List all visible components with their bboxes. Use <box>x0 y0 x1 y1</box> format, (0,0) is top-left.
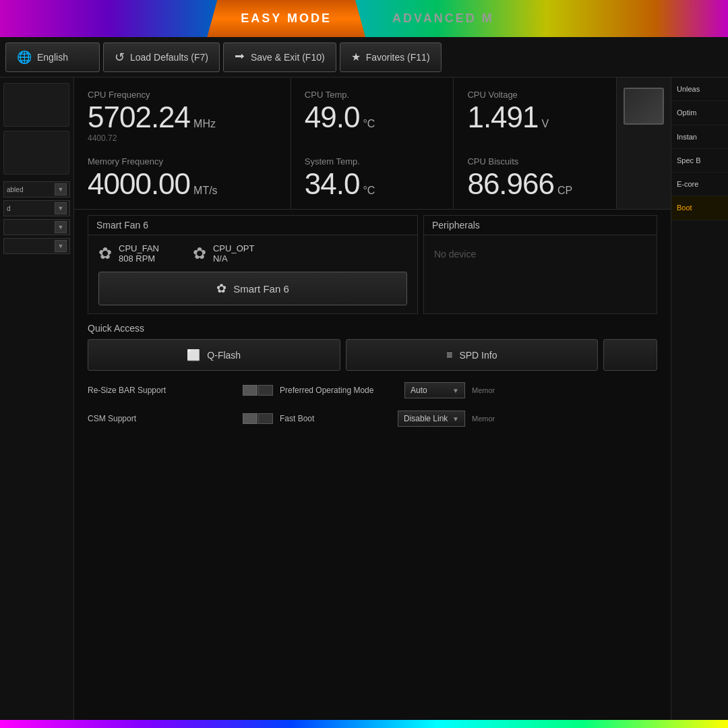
right-sidebar: Unleas Optim Instan Spec B E-core Boot <box>671 78 728 728</box>
sys-temp-value: 34.0 <box>305 169 360 199</box>
right-sidebar-item-boot[interactable]: Boot <box>671 196 728 220</box>
cpu-freq-stat: CPU Frequency 5702.24 MHz 4400.72 <box>74 78 291 151</box>
cpu-temp-value: 49.0 <box>305 102 360 132</box>
language-icon: 🌐 <box>17 50 32 65</box>
cpu-freq-sub: 4400.72 <box>88 133 277 143</box>
memory-col-2: Memor <box>472 411 657 426</box>
advanced-mode-tab[interactable]: ADVANCED M <box>365 0 521 37</box>
csm-support-label: CSM Support <box>88 414 136 423</box>
easy-mode-label: EASY MODE <box>241 11 332 26</box>
left-sidebar: abled ▼ d ▼ ▼ ▼ <box>0 78 74 728</box>
cpu-biscuits-label: CPU Biscuits <box>467 156 603 166</box>
bottom-accent-bar <box>0 720 728 728</box>
sidebar-dropdown-4[interactable]: ▼ <box>3 238 70 254</box>
csm-support-row: CSM Support <box>88 410 273 427</box>
sidebar-widget-1 <box>3 83 69 127</box>
sidebar-dropdown-1[interactable]: abled ▼ <box>3 181 70 198</box>
quick-access-section: Quick Access ⬜ Q-Flash ≡ SPD Info <box>74 317 671 728</box>
memory-col-1: Memor <box>472 383 657 398</box>
cpu-biscuits-unit: CP <box>557 185 572 197</box>
right-sidebar-item-1[interactable]: Optim <box>671 101 728 125</box>
mem-freq-unit: MT/s <box>193 185 218 197</box>
right-sidebar-item-2[interactable]: Instan <box>671 125 728 149</box>
cpu-fan-rpm: 808 RPM <box>119 253 159 264</box>
cpu-fan-item: ✿ CPU_FAN 808 RPM <box>98 243 159 264</box>
smart-fan-btn-label: Smart Fan 6 <box>233 283 289 295</box>
save-exit-button[interactable]: ⮕ Save & Exit (F10) <box>223 42 336 72</box>
memory-label-2: Memor <box>472 415 495 423</box>
spd-info-label: SPD Info <box>459 350 497 361</box>
memory-label-1: Memor <box>472 386 495 394</box>
favorites-icon: ★ <box>351 51 361 63</box>
smart-fan-button[interactable]: ✿ Smart Fan 6 <box>98 272 407 305</box>
cpu-freq-unit: MHz <box>193 118 216 130</box>
fast-boot-value: Disable Link <box>404 414 448 423</box>
qflash-label: Q-Flash <box>207 350 241 361</box>
resize-bar-toggle[interactable] <box>243 385 273 396</box>
load-defaults-label: Load Defaults (F7) <box>130 52 208 63</box>
load-defaults-icon: ↺ <box>115 50 125 65</box>
preferred-mode-label: Preferred Operating Mode <box>280 386 373 395</box>
cpu-temp-stat: CPU Temp. 49.0 °C <box>291 78 454 151</box>
sidebar-dropdown-arrow-2[interactable]: ▼ <box>55 202 67 214</box>
sys-temp-label: System Temp. <box>305 156 440 166</box>
preferred-mode-dropdown[interactable]: Auto ▼ <box>404 382 465 398</box>
fast-boot-arrow: ▼ <box>452 415 459 423</box>
cpu-freq-value: 5702.24 <box>88 102 190 132</box>
cpu-voltage-unit: V <box>542 118 549 130</box>
sidebar-dropdown-arrow-4[interactable]: ▼ <box>55 240 67 252</box>
cpu-opt-item: ✿ CPU_OPT N/A <box>193 243 254 264</box>
stats-section: CPU Frequency 5702.24 MHz 4400.72 CPU Te… <box>74 78 671 151</box>
stats-section-2: Memory Frequency 4000.00 MT/s System Tem… <box>74 151 671 210</box>
resize-bar-row: Re-Size BAR Support <box>88 382 273 399</box>
qflash-button[interactable]: ⬜ Q-Flash <box>88 339 340 371</box>
cpu-visual <box>617 78 671 151</box>
sidebar-dropdown-arrow-3[interactable]: ▼ <box>55 221 67 233</box>
preferred-mode-row: Preferred Operating Mode Auto ▼ <box>280 379 465 402</box>
preferred-mode-arrow: ▼ <box>452 387 459 394</box>
smart-fan-section-title: Smart Fan 6 <box>88 216 417 235</box>
qflash-icon: ⬜ <box>187 348 200 361</box>
fast-boot-row: Fast Boot Disable Link ▼ <box>280 407 465 430</box>
csm-support-toggle[interactable] <box>243 413 273 424</box>
right-sidebar-item-4[interactable]: E-core <box>671 173 728 196</box>
favorites-button[interactable]: ★ Favorites (F11) <box>340 42 442 72</box>
easy-mode-tab[interactable]: EASY MODE <box>207 0 365 37</box>
save-exit-label: Save & Exit (F10) <box>251 52 325 63</box>
smart-fan-section: Smart Fan 6 ✿ CPU_FAN 808 RPM ✿ <box>88 215 418 314</box>
mem-freq-value: 4000.00 <box>88 169 190 199</box>
cpu-opt-icon: ✿ <box>193 244 206 263</box>
save-exit-icon: ⮕ <box>235 51 245 63</box>
sys-temp-unit: °C <box>363 185 375 197</box>
cpu-opt-label: CPU_OPT <box>213 243 254 253</box>
sidebar-dropdown-2[interactable]: d ▼ <box>3 200 70 216</box>
spd-info-button[interactable]: ≡ SPD Info <box>346 339 599 371</box>
toolbar: 🌐 English ↺ Load Defaults (F7) ⮕ Save & … <box>0 37 728 78</box>
sidebar-dropdown-arrow-1[interactable]: ▼ <box>55 183 67 195</box>
quick-access-title: Quick Access <box>88 323 657 334</box>
spd-info-icon: ≡ <box>446 349 452 361</box>
sidebar-dropdown-3[interactable]: ▼ <box>3 219 70 235</box>
cpu-fan-label: CPU_FAN <box>119 243 159 253</box>
favorites-label: Favorites (F11) <box>366 52 430 63</box>
sidebar-dropdown-label-1: abled <box>7 186 55 193</box>
cpu-biscuits-stat: CPU Biscuits 86.966 CP <box>454 151 617 209</box>
cpu-voltage-stat: CPU Voltage 1.491 V <box>454 78 617 151</box>
right-sidebar-item-3[interactable]: Spec B <box>671 149 728 173</box>
cpu-opt-rpm: N/A <box>213 253 254 264</box>
sidebar-dropdown-label-2: d <box>7 205 55 212</box>
peripherals-section-title: Peripherals <box>424 216 657 235</box>
advanced-mode-label: ADVANCED M <box>392 11 494 26</box>
right-sidebar-item-0[interactable]: Unleas <box>671 78 728 101</box>
resize-bar-label: Re-Size BAR Support <box>88 386 166 395</box>
cpu-temp-label: CPU Temp. <box>305 90 440 100</box>
load-defaults-button[interactable]: ↺ Load Defaults (F7) <box>103 42 220 72</box>
mem-freq-stat: Memory Frequency 4000.00 MT/s <box>74 151 291 209</box>
fast-boot-dropdown[interactable]: Disable Link ▼ <box>398 411 465 427</box>
mem-freq-label: Memory Frequency <box>88 156 277 166</box>
no-device-label: No device <box>434 249 646 260</box>
cpu-freq-label: CPU Frequency <box>88 90 277 100</box>
cpu-biscuits-value: 86.966 <box>467 169 554 199</box>
language-button[interactable]: 🌐 English <box>5 42 100 72</box>
smart-fan-btn-icon: ✿ <box>216 281 226 296</box>
